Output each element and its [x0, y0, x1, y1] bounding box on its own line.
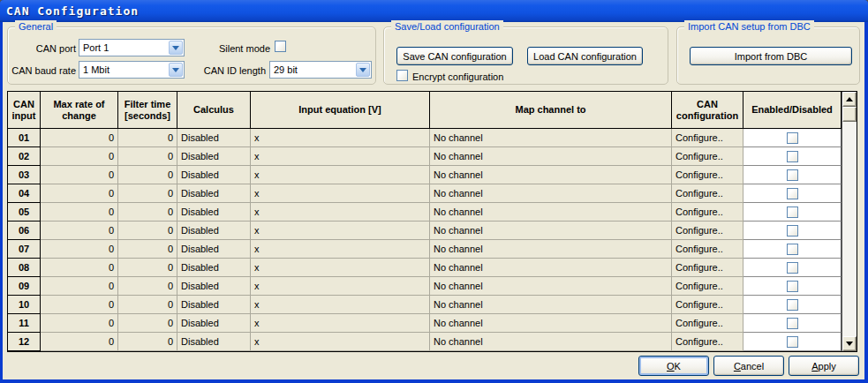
- enabled-cell[interactable]: [743, 240, 842, 259]
- can-configuration-cell[interactable]: Configure..: [672, 129, 743, 147]
- can-configuration-cell[interactable]: Configure..: [672, 277, 743, 296]
- can-configuration-cell[interactable]: Configure..: [672, 203, 743, 222]
- can-configuration-cell[interactable]: Configure..: [672, 333, 743, 351]
- calculus-cell[interactable]: Disabled: [177, 203, 251, 222]
- max-rate-cell[interactable]: 0: [41, 333, 118, 351]
- ok-button[interactable]: OK: [638, 356, 709, 376]
- arrow-down-icon[interactable]: [842, 336, 857, 351]
- max-rate-cell[interactable]: 0: [41, 203, 118, 222]
- filter-time-cell[interactable]: 0: [118, 147, 177, 166]
- enabled-cell[interactable]: [743, 222, 842, 240]
- can-configuration-cell[interactable]: Configure..: [672, 147, 743, 166]
- can-baud-rate-select[interactable]: 1 Mbit: [79, 61, 185, 79]
- calculus-cell[interactable]: Disabled: [177, 333, 251, 351]
- can-configuration-cell[interactable]: Configure..: [672, 296, 743, 314]
- map-channel-cell[interactable]: No channel: [430, 296, 672, 314]
- cancel-button[interactable]: Cancel: [713, 356, 784, 376]
- enabled-checkbox[interactable]: [787, 188, 798, 199]
- max-rate-cell[interactable]: 0: [41, 147, 118, 166]
- input-equation-cell[interactable]: x: [251, 259, 430, 277]
- enabled-cell[interactable]: [743, 333, 842, 351]
- calculus-cell[interactable]: Disabled: [177, 222, 251, 240]
- calculus-cell[interactable]: Disabled: [177, 184, 251, 203]
- input-equation-cell[interactable]: x: [251, 203, 430, 222]
- enabled-checkbox[interactable]: [787, 225, 798, 237]
- filter-time-cell[interactable]: 0: [118, 166, 177, 184]
- chevron-down-icon[interactable]: [169, 63, 183, 77]
- silent-mode-checkbox[interactable]: [275, 41, 286, 52]
- max-rate-cell[interactable]: 0: [41, 129, 118, 147]
- enabled-checkbox[interactable]: [787, 169, 798, 181]
- enabled-cell[interactable]: [743, 296, 842, 314]
- arrow-up-icon[interactable]: [842, 92, 857, 107]
- filter-time-cell[interactable]: 0: [118, 259, 177, 277]
- filter-time-cell[interactable]: 0: [118, 240, 177, 259]
- map-channel-cell[interactable]: No channel: [430, 147, 672, 166]
- save-can-configuration-button[interactable]: Save CAN configuration: [396, 47, 513, 65]
- calculus-cell[interactable]: Disabled: [177, 314, 251, 333]
- can-configuration-cell[interactable]: Configure..: [672, 314, 743, 333]
- input-equation-cell[interactable]: x: [251, 277, 430, 296]
- map-channel-cell[interactable]: No channel: [430, 129, 672, 147]
- calculus-cell[interactable]: Disabled: [177, 296, 251, 314]
- enabled-checkbox[interactable]: [787, 318, 798, 329]
- scrollbar-thumb[interactable]: [842, 107, 857, 122]
- filter-time-cell[interactable]: 0: [118, 203, 177, 222]
- enabled-checkbox[interactable]: [787, 336, 798, 348]
- input-equation-cell[interactable]: x: [251, 147, 430, 166]
- calculus-cell[interactable]: Disabled: [177, 259, 251, 277]
- enabled-checkbox[interactable]: [787, 132, 798, 144]
- max-rate-cell[interactable]: 0: [41, 259, 118, 277]
- map-channel-cell[interactable]: No channel: [430, 259, 672, 277]
- enabled-cell[interactable]: [743, 277, 842, 296]
- filter-time-cell[interactable]: 0: [118, 333, 177, 351]
- enabled-cell[interactable]: [743, 314, 842, 333]
- calculus-cell[interactable]: Disabled: [177, 277, 251, 296]
- input-equation-cell[interactable]: x: [251, 222, 430, 240]
- input-equation-cell[interactable]: x: [251, 184, 430, 203]
- enabled-checkbox[interactable]: [787, 281, 798, 292]
- filter-time-cell[interactable]: 0: [118, 184, 177, 203]
- filter-time-cell[interactable]: 0: [118, 129, 177, 147]
- map-channel-cell[interactable]: No channel: [430, 203, 672, 222]
- enabled-checkbox[interactable]: [787, 299, 798, 311]
- max-rate-cell[interactable]: 0: [41, 277, 118, 296]
- can-port-select[interactable]: Port 1: [79, 39, 185, 56]
- can-id-length-select[interactable]: 29 bit: [269, 61, 372, 79]
- enabled-cell[interactable]: [743, 147, 842, 166]
- map-channel-cell[interactable]: No channel: [430, 240, 672, 259]
- filter-time-cell[interactable]: 0: [118, 222, 177, 240]
- chevron-down-icon[interactable]: [356, 63, 370, 77]
- can-configuration-cell[interactable]: Configure..: [672, 166, 743, 184]
- chevron-down-icon[interactable]: [169, 41, 183, 55]
- calculus-cell[interactable]: Disabled: [177, 166, 251, 184]
- encrypt-configuration-checkbox[interactable]: [396, 70, 408, 81]
- apply-button[interactable]: Apply: [789, 356, 859, 376]
- map-channel-cell[interactable]: No channel: [430, 314, 672, 333]
- enabled-checkbox[interactable]: [787, 151, 798, 162]
- map-channel-cell[interactable]: No channel: [430, 333, 672, 351]
- input-equation-cell[interactable]: x: [251, 296, 430, 314]
- enabled-cell[interactable]: [743, 203, 842, 222]
- can-configuration-cell[interactable]: Configure..: [672, 222, 743, 240]
- load-can-configuration-button[interactable]: Load CAN configuration: [527, 47, 643, 65]
- map-channel-cell[interactable]: No channel: [430, 277, 672, 296]
- input-equation-cell[interactable]: x: [251, 240, 430, 259]
- input-equation-cell[interactable]: x: [251, 129, 430, 147]
- max-rate-cell[interactable]: 0: [41, 240, 118, 259]
- map-channel-cell[interactable]: No channel: [430, 222, 672, 240]
- filter-time-cell[interactable]: 0: [118, 296, 177, 314]
- max-rate-cell[interactable]: 0: [41, 296, 118, 314]
- titlebar[interactable]: CAN Configuration: [0, 0, 868, 22]
- map-channel-cell[interactable]: No channel: [430, 166, 672, 184]
- max-rate-cell[interactable]: 0: [41, 184, 118, 203]
- enabled-checkbox[interactable]: [787, 262, 798, 274]
- import-from-dbc-button[interactable]: Import from DBC: [690, 47, 852, 65]
- can-configuration-cell[interactable]: Configure..: [672, 184, 743, 203]
- can-configuration-cell[interactable]: Configure..: [672, 259, 743, 277]
- enabled-checkbox[interactable]: [787, 207, 798, 218]
- calculus-cell[interactable]: Disabled: [177, 147, 251, 166]
- filter-time-cell[interactable]: 0: [118, 314, 177, 333]
- filter-time-cell[interactable]: 0: [118, 277, 177, 296]
- input-equation-cell[interactable]: x: [251, 314, 430, 333]
